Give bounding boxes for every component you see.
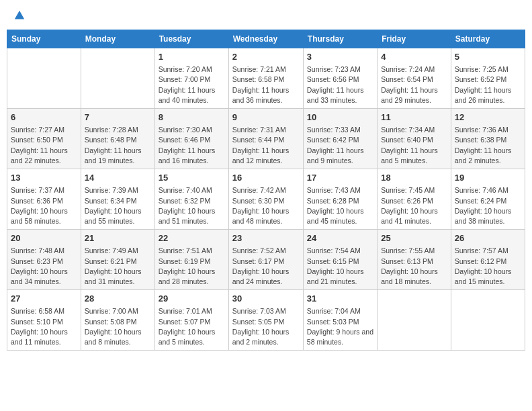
day-number: 21	[85, 232, 151, 244]
calendar-cell: 19Sunrise: 7:46 AM Sunset: 6:24 PM Dayli…	[451, 169, 525, 230]
calendar-week-row: 1Sunrise: 7:20 AM Sunset: 7:00 PM Daylig…	[7, 48, 525, 109]
day-number: 19	[455, 172, 521, 184]
day-number: 23	[232, 232, 300, 244]
day-number: 13	[11, 172, 77, 184]
calendar-cell	[7, 48, 81, 109]
day-number: 9	[232, 111, 300, 124]
day-info: Sunrise: 7:31 AM Sunset: 6:44 PM Dayligh…	[232, 125, 300, 166]
day-info: Sunrise: 7:24 AM Sunset: 6:54 PM Dayligh…	[381, 64, 447, 105]
day-info: Sunrise: 7:00 AM Sunset: 5:08 PM Dayligh…	[85, 306, 151, 347]
day-info: Sunrise: 7:55 AM Sunset: 6:13 PM Dayligh…	[381, 246, 447, 287]
day-number: 31	[307, 293, 373, 305]
logo	[12, 9, 26, 21]
column-header-sunday: Sunday	[7, 30, 81, 48]
page-header	[7, 7, 525, 24]
column-header-wednesday: Wednesday	[228, 30, 303, 48]
day-info: Sunrise: 7:27 AM Sunset: 6:50 PM Dayligh…	[11, 125, 77, 166]
day-number: 22	[159, 232, 225, 244]
day-info: Sunrise: 7:36 AM Sunset: 6:38 PM Dayligh…	[455, 125, 521, 166]
day-info: Sunrise: 7:03 AM Sunset: 5:05 PM Dayligh…	[232, 306, 300, 347]
day-number: 15	[159, 172, 225, 184]
day-number: 10	[307, 111, 373, 124]
calendar-table: SundayMondayTuesdayWednesdayThursdayFrid…	[7, 30, 525, 351]
calendar-cell: 5Sunrise: 7:25 AM Sunset: 6:52 PM Daylig…	[451, 48, 525, 109]
day-info: Sunrise: 7:04 AM Sunset: 5:03 PM Dayligh…	[307, 306, 373, 347]
day-info: Sunrise: 7:23 AM Sunset: 6:56 PM Dayligh…	[307, 64, 373, 105]
day-info: Sunrise: 7:30 AM Sunset: 6:46 PM Dayligh…	[159, 125, 225, 166]
day-info: Sunrise: 7:42 AM Sunset: 6:30 PM Dayligh…	[232, 185, 300, 226]
calendar-cell: 12Sunrise: 7:36 AM Sunset: 6:38 PM Dayli…	[451, 109, 525, 169]
day-info: Sunrise: 7:51 AM Sunset: 6:19 PM Dayligh…	[159, 246, 225, 287]
day-number: 16	[232, 172, 300, 184]
calendar-cell: 25Sunrise: 7:55 AM Sunset: 6:13 PM Dayli…	[378, 230, 451, 290]
calendar-week-row: 13Sunrise: 7:37 AM Sunset: 6:36 PM Dayli…	[7, 169, 525, 230]
day-info: Sunrise: 7:28 AM Sunset: 6:48 PM Dayligh…	[85, 125, 151, 166]
calendar-cell: 21Sunrise: 7:49 AM Sunset: 6:21 PM Dayli…	[81, 230, 154, 290]
calendar-cell: 9Sunrise: 7:31 AM Sunset: 6:44 PM Daylig…	[228, 109, 303, 169]
day-number: 28	[85, 293, 151, 305]
day-number: 29	[159, 293, 225, 305]
day-number: 27	[11, 293, 77, 305]
day-info: Sunrise: 6:58 AM Sunset: 5:10 PM Dayligh…	[11, 306, 77, 347]
day-number: 24	[307, 232, 373, 244]
day-number: 1	[159, 51, 225, 63]
calendar-cell: 11Sunrise: 7:34 AM Sunset: 6:40 PM Dayli…	[378, 109, 451, 169]
calendar-cell: 16Sunrise: 7:42 AM Sunset: 6:30 PM Dayli…	[228, 169, 303, 230]
day-number: 3	[307, 51, 373, 63]
day-info: Sunrise: 7:01 AM Sunset: 5:07 PM Dayligh…	[159, 306, 225, 347]
logo-icon	[13, 9, 26, 21]
calendar-cell: 7Sunrise: 7:28 AM Sunset: 6:48 PM Daylig…	[81, 109, 154, 169]
day-info: Sunrise: 7:33 AM Sunset: 6:42 PM Dayligh…	[307, 125, 373, 166]
day-number: 12	[455, 111, 521, 124]
day-info: Sunrise: 7:34 AM Sunset: 6:40 PM Dayligh…	[381, 125, 447, 166]
calendar-header-row: SundayMondayTuesdayWednesdayThursdayFrid…	[7, 30, 525, 48]
day-number: 18	[381, 172, 447, 184]
calendar-cell: 2Sunrise: 7:21 AM Sunset: 6:58 PM Daylig…	[228, 48, 303, 109]
day-number: 8	[159, 111, 225, 124]
day-info: Sunrise: 7:52 AM Sunset: 6:17 PM Dayligh…	[232, 246, 300, 287]
day-number: 5	[455, 51, 521, 63]
day-info: Sunrise: 7:45 AM Sunset: 6:26 PM Dayligh…	[381, 185, 447, 226]
day-number: 4	[381, 51, 447, 63]
day-info: Sunrise: 7:21 AM Sunset: 6:58 PM Dayligh…	[232, 64, 300, 105]
day-info: Sunrise: 7:54 AM Sunset: 6:15 PM Dayligh…	[307, 246, 373, 287]
day-number: 25	[381, 232, 447, 244]
calendar-cell: 28Sunrise: 7:00 AM Sunset: 5:08 PM Dayli…	[81, 290, 154, 351]
calendar-cell: 13Sunrise: 7:37 AM Sunset: 6:36 PM Dayli…	[7, 169, 81, 230]
calendar-week-row: 20Sunrise: 7:48 AM Sunset: 6:23 PM Dayli…	[7, 230, 525, 290]
day-info: Sunrise: 7:25 AM Sunset: 6:52 PM Dayligh…	[455, 64, 521, 105]
calendar-cell: 8Sunrise: 7:30 AM Sunset: 6:46 PM Daylig…	[154, 109, 228, 169]
calendar-cell	[378, 290, 451, 351]
calendar-cell: 14Sunrise: 7:39 AM Sunset: 6:34 PM Dayli…	[81, 169, 154, 230]
calendar-week-row: 27Sunrise: 6:58 AM Sunset: 5:10 PM Dayli…	[7, 290, 525, 351]
column-header-friday: Friday	[378, 30, 451, 48]
calendar-cell: 29Sunrise: 7:01 AM Sunset: 5:07 PM Dayli…	[154, 290, 228, 351]
day-info: Sunrise: 7:57 AM Sunset: 6:12 PM Dayligh…	[455, 246, 521, 287]
day-number: 20	[11, 232, 77, 244]
day-number: 2	[232, 51, 300, 63]
calendar-cell: 4Sunrise: 7:24 AM Sunset: 6:54 PM Daylig…	[378, 48, 451, 109]
calendar-cell: 22Sunrise: 7:51 AM Sunset: 6:19 PM Dayli…	[154, 230, 228, 290]
day-info: Sunrise: 7:49 AM Sunset: 6:21 PM Dayligh…	[85, 246, 151, 287]
column-header-thursday: Thursday	[303, 30, 377, 48]
day-info: Sunrise: 7:20 AM Sunset: 7:00 PM Dayligh…	[159, 64, 225, 105]
calendar-cell: 1Sunrise: 7:20 AM Sunset: 7:00 PM Daylig…	[154, 48, 228, 109]
calendar-cell: 27Sunrise: 6:58 AM Sunset: 5:10 PM Dayli…	[7, 290, 81, 351]
day-number: 7	[85, 111, 151, 124]
calendar-cell: 18Sunrise: 7:45 AM Sunset: 6:26 PM Dayli…	[378, 169, 451, 230]
day-number: 26	[455, 232, 521, 244]
day-info: Sunrise: 7:46 AM Sunset: 6:24 PM Dayligh…	[455, 185, 521, 226]
calendar-cell: 10Sunrise: 7:33 AM Sunset: 6:42 PM Dayli…	[303, 109, 377, 169]
calendar-cell: 26Sunrise: 7:57 AM Sunset: 6:12 PM Dayli…	[451, 230, 525, 290]
day-info: Sunrise: 7:48 AM Sunset: 6:23 PM Dayligh…	[11, 246, 77, 287]
calendar-cell: 20Sunrise: 7:48 AM Sunset: 6:23 PM Dayli…	[7, 230, 81, 290]
day-info: Sunrise: 7:39 AM Sunset: 6:34 PM Dayligh…	[85, 185, 151, 226]
column-header-monday: Monday	[81, 30, 154, 48]
day-number: 17	[307, 172, 373, 184]
calendar-cell: 6Sunrise: 7:27 AM Sunset: 6:50 PM Daylig…	[7, 109, 81, 169]
day-info: Sunrise: 7:37 AM Sunset: 6:36 PM Dayligh…	[11, 185, 77, 226]
day-number: 6	[11, 111, 77, 124]
day-number: 14	[85, 172, 151, 184]
calendar-cell: 3Sunrise: 7:23 AM Sunset: 6:56 PM Daylig…	[303, 48, 377, 109]
calendar-cell: 24Sunrise: 7:54 AM Sunset: 6:15 PM Dayli…	[303, 230, 377, 290]
